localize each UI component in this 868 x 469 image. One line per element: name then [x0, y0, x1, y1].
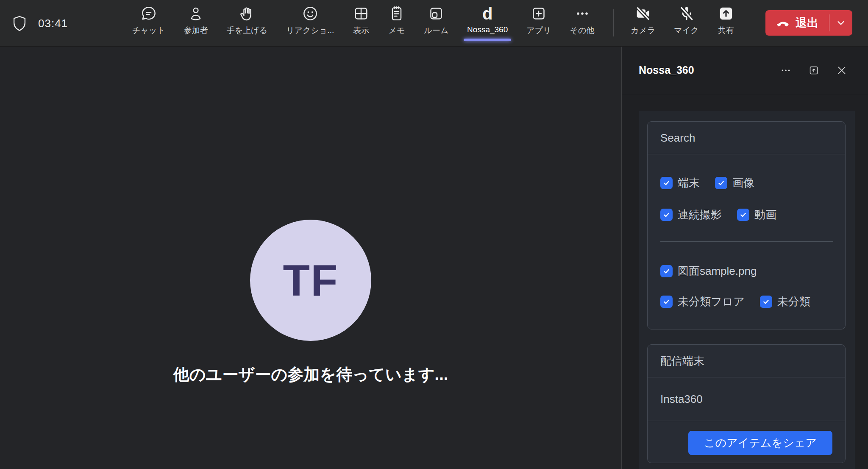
share-screen-icon — [718, 5, 734, 22]
streaming-device-title: 配信端末 — [660, 354, 704, 368]
search-card: Search 端末 — [647, 121, 846, 329]
tab-rooms-label: ルーム — [424, 25, 448, 36]
tab-reactions[interactable]: リアクショ... — [286, 5, 334, 36]
more-dots-icon — [574, 5, 591, 22]
checkbox-burst-label: 連続撮影 — [678, 207, 722, 222]
panel-title: Nossa_360 — [639, 64, 694, 76]
checkbox-checked-icon[interactable] — [660, 177, 673, 189]
tab-chat-label: チャット — [132, 25, 165, 36]
mic-off-icon — [678, 5, 695, 22]
checkbox-uncategorized-label: 未分類 — [777, 294, 810, 309]
checkbox-terminal[interactable]: 端末 — [660, 176, 700, 190]
avatar-initials: TF — [283, 255, 338, 306]
streaming-device-card: 配信端末 Insta360 このアイテムをシェア — [647, 344, 846, 463]
shield-icon — [12, 15, 27, 32]
checkbox-uncategorized[interactable]: 未分類 — [760, 294, 810, 309]
panel-actions — [780, 47, 848, 94]
close-icon — [836, 65, 847, 76]
checkbox-checked-icon[interactable] — [715, 177, 727, 189]
panel-close-button[interactable] — [836, 64, 848, 76]
filter-row-2: 連続撮影 動画 — [660, 207, 833, 222]
reactions-icon — [302, 5, 319, 22]
checkbox-burst[interactable]: 連続撮影 — [660, 207, 722, 222]
share-item-row: このアイテムをシェア — [648, 421, 845, 463]
tab-nossa-360[interactable]: d Nossa_360 — [467, 5, 508, 34]
checkbox-drawing-sample-label: 図面sample.png — [678, 264, 757, 279]
meeting-toolbar: 03:41 チャット 参加者 — [0, 0, 868, 47]
tab-nossa-360-label: Nossa_360 — [467, 25, 508, 34]
search-divider — [660, 241, 833, 242]
camera-toggle-button[interactable]: カメラ — [631, 5, 655, 36]
leave-button[interactable]: 退出 — [765, 10, 852, 36]
tab-reactions-label: リアクショ... — [286, 25, 334, 36]
leave-button-main[interactable]: 退出 — [765, 10, 829, 36]
filter-row-4: 未分類フロア 未分類 — [660, 294, 833, 309]
share-screen-label: 共有 — [718, 25, 734, 36]
notes-icon — [388, 5, 405, 22]
meeting-stage: TF 他のユーザーの参加を待っています... — [0, 47, 621, 469]
search-card-header: Search — [648, 122, 845, 154]
mic-toggle-button[interactable]: マイク — [674, 5, 698, 36]
nossa-app-icon: d — [479, 5, 496, 22]
checkbox-drawing-sample[interactable]: 図面sample.png — [660, 264, 757, 279]
chevron-down-icon — [835, 17, 846, 28]
checkbox-checked-icon[interactable] — [660, 296, 673, 308]
tab-more[interactable]: その他 — [570, 5, 595, 36]
meeting-timer: 03:41 — [38, 17, 68, 30]
apps-icon — [530, 5, 547, 22]
tab-apps[interactable]: アプリ — [526, 5, 551, 36]
checkbox-checked-icon[interactable] — [660, 265, 673, 277]
filter-row-3: 図面sample.png — [660, 264, 833, 279]
share-item-button[interactable]: このアイテムをシェア — [688, 431, 832, 455]
checkbox-image-label: 画像 — [732, 176, 754, 190]
camera-off-icon — [634, 5, 651, 22]
hang-up-icon — [776, 16, 790, 30]
share-screen-button[interactable]: 共有 — [718, 5, 734, 36]
active-tab-underline — [464, 39, 511, 41]
checkbox-video-label: 動画 — [754, 207, 776, 222]
checkbox-checked-icon[interactable] — [660, 209, 673, 221]
filter-row-1: 端末 画像 — [660, 176, 833, 190]
device-controls: カメラ マイク 共有 — [631, 5, 734, 36]
checkbox-terminal-label: 端末 — [678, 176, 700, 190]
panel-popout-button[interactable] — [808, 64, 820, 76]
tab-notes[interactable]: メモ — [388, 5, 405, 36]
leave-options-button[interactable] — [829, 10, 852, 36]
participants-icon — [187, 5, 204, 22]
panel-more-button[interactable] — [780, 64, 792, 76]
rooms-icon — [428, 5, 445, 22]
tab-raise-hand-label: 手を上げる — [227, 25, 267, 36]
tab-view-label: 表示 — [353, 25, 369, 36]
tab-apps-label: アプリ — [526, 25, 551, 36]
waiting-message: 他のユーザーの参加を待っています... — [0, 364, 621, 385]
raise-hand-icon — [239, 5, 256, 22]
checkbox-checked-icon[interactable] — [760, 296, 772, 308]
toolbar-left-group: 03:41 — [12, 0, 68, 47]
tab-rooms[interactable]: ルーム — [424, 5, 448, 36]
checkbox-uncategorized-floor-label: 未分類フロア — [678, 294, 745, 309]
mic-label: マイク — [674, 25, 698, 36]
device-list-item[interactable]: Insta360 — [648, 377, 845, 421]
checkbox-checked-icon[interactable] — [737, 209, 749, 221]
checkbox-uncategorized-floor[interactable]: 未分類フロア — [660, 294, 745, 309]
search-card-title: Search — [660, 131, 695, 145]
tab-more-label: その他 — [570, 25, 595, 36]
checkbox-image[interactable]: 画像 — [715, 176, 754, 190]
streaming-device-header: 配信端末 — [648, 345, 845, 377]
search-filters: 端末 画像 — [648, 176, 845, 309]
tab-chat[interactable]: チャット — [132, 5, 165, 36]
nossa-app-content: Search 端末 — [639, 111, 855, 469]
panel-header: Nossa_360 — [622, 47, 868, 94]
toolbar-tabs: チャット 参加者 — [132, 5, 594, 36]
tab-participants[interactable]: 参加者 — [184, 5, 208, 36]
more-dots-icon — [780, 65, 791, 76]
tab-raise-hand[interactable]: 手を上げる — [227, 5, 267, 36]
chat-icon — [140, 5, 157, 22]
tab-view[interactable]: 表示 — [353, 5, 370, 36]
popout-icon — [808, 65, 819, 76]
device-name: Insta360 — [660, 393, 703, 406]
tab-notes-label: メモ — [389, 25, 405, 36]
avatar: TF — [250, 220, 371, 341]
nossa-side-panel: Nossa_360 — [621, 47, 868, 469]
checkbox-video[interactable]: 動画 — [737, 207, 776, 222]
